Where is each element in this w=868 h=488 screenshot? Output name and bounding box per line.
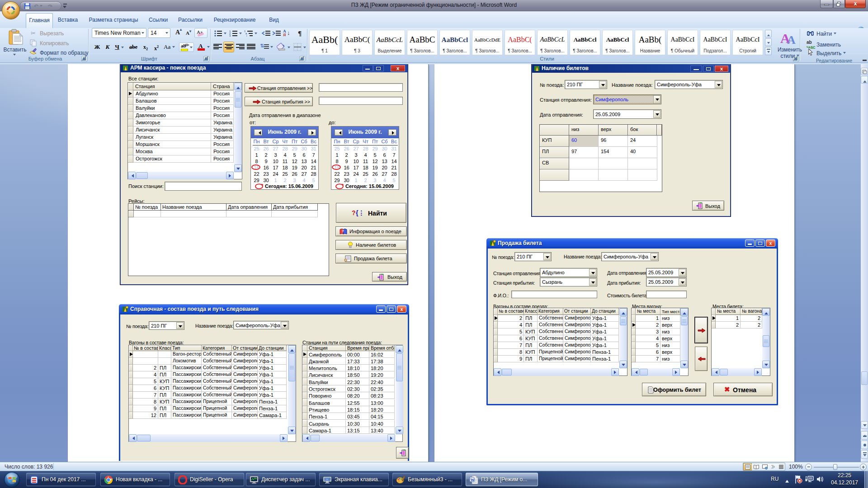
svg-text:W: W (471, 478, 475, 482)
svg-text:?: ? (342, 229, 344, 233)
svg-text:3: 3 (229, 34, 231, 37)
svg-text:i: i (246, 34, 247, 37)
